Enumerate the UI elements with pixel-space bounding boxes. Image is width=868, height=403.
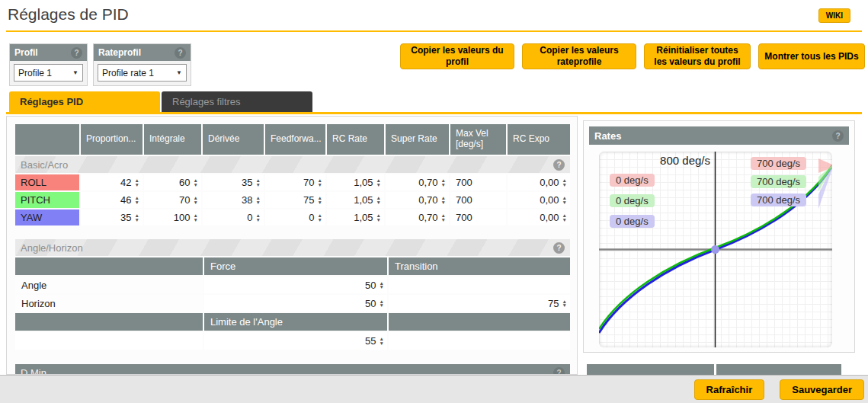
stepper-arrows[interactable]: ▲▼ bbox=[255, 196, 264, 204]
yaw-rc-expo-input[interactable]: 0,00▲▼ bbox=[508, 209, 570, 225]
rateprofile-select[interactable]: Profile rate 1 ▼ bbox=[98, 64, 187, 82]
tab-underline bbox=[6, 112, 862, 114]
pid-col-axis bbox=[15, 124, 79, 155]
stepper-arrows[interactable]: ▲▼ bbox=[192, 178, 201, 187]
angle-transition-cell bbox=[389, 277, 570, 293]
pid-col-feedforward: Feedforwa... bbox=[265, 124, 325, 155]
yaw-super-rate-input[interactable]: 0,70▲▼ bbox=[386, 209, 449, 225]
angle-force-input[interactable]: 50▲▼ bbox=[204, 277, 387, 293]
stepper-arrows[interactable]: ▲▼ bbox=[316, 196, 325, 204]
pitch-ff-input[interactable]: 75▲▼ bbox=[265, 192, 325, 208]
rates-chart: 800 deg/s 0 deg/s 0 deg/s 0 deg/s 700 de… bbox=[599, 152, 832, 347]
stepper-arrows[interactable]: ▲▼ bbox=[316, 213, 325, 222]
help-icon[interactable]: ? bbox=[553, 367, 565, 376]
roll-min-rate-badge: 0 deg/s bbox=[610, 174, 655, 187]
reset-profile-button[interactable]: Réinitialiser toutes les valeurs du prof… bbox=[644, 43, 751, 69]
pid-col-rc-rate: RC Rate bbox=[327, 124, 384, 155]
stepper-arrows[interactable]: ▲▼ bbox=[561, 299, 570, 308]
yaw-p-input[interactable]: 35▲▼ bbox=[81, 209, 143, 225]
help-icon[interactable]: ? bbox=[553, 242, 565, 254]
yaw-rc-rate-input[interactable]: 1,05▲▼ bbox=[327, 209, 384, 225]
section-basic-acro-label: Basic/Acro bbox=[21, 159, 68, 171]
horizon-transition-input[interactable]: 75▲▼ bbox=[389, 295, 570, 312]
yaw-d-input[interactable]: 0▲▼ bbox=[203, 209, 264, 225]
stepper-arrows[interactable]: ▲▼ bbox=[375, 213, 384, 222]
roll-super-rate-input[interactable]: 0,70▲▼ bbox=[386, 174, 449, 190]
pid-col-integral: Intégrale bbox=[144, 124, 201, 155]
stepper-arrows[interactable]: ▲▼ bbox=[440, 178, 449, 187]
yaw-i-input[interactable]: 100▲▼ bbox=[144, 209, 201, 225]
stepper-arrows[interactable]: ▲▼ bbox=[255, 213, 264, 222]
section-angle-horizon: Angle/Horizon ? bbox=[15, 239, 570, 256]
stepper-arrows[interactable]: ▲▼ bbox=[440, 213, 449, 222]
pitch-max-vel-value: 700 bbox=[450, 192, 506, 208]
yaw-ff-input[interactable]: 0▲▼ bbox=[265, 209, 325, 225]
stepper-arrows[interactable]: ▲▼ bbox=[440, 196, 449, 204]
pitch-rc-expo-input[interactable]: 0,00▲▼ bbox=[508, 192, 570, 208]
section-d-min: D Min ? bbox=[15, 364, 570, 375]
yaw-min-rate-badge: 0 deg/s bbox=[610, 215, 655, 228]
stepper-arrows[interactable]: ▲▼ bbox=[316, 178, 325, 187]
roll-i-input[interactable]: 60▲▼ bbox=[144, 174, 201, 190]
tab-filter-settings[interactable]: Réglages filtres bbox=[162, 91, 312, 112]
pid-col-proportional: Proportion... bbox=[81, 124, 143, 155]
stepper-arrows[interactable]: ▲▼ bbox=[561, 178, 570, 187]
help-icon[interactable]: ? bbox=[71, 47, 82, 59]
stepper-arrows[interactable]: ▲▼ bbox=[561, 196, 570, 204]
help-icon[interactable]: ? bbox=[553, 159, 565, 171]
page-title: Réglages de PID bbox=[8, 5, 129, 24]
stepper-arrows[interactable]: ▲▼ bbox=[378, 299, 387, 308]
refresh-button[interactable]: Rafraîchir bbox=[694, 379, 765, 400]
roll-rc-expo-input[interactable]: 0,00▲▼ bbox=[508, 174, 570, 190]
show-all-pids-button[interactable]: Montrer tous les PIDs bbox=[758, 43, 865, 69]
copy-profile-button[interactable]: Copier les valeurs du profil bbox=[400, 43, 514, 69]
stepper-arrows[interactable]: ▲▼ bbox=[378, 281, 387, 289]
roll-d-input[interactable]: 35▲▼ bbox=[203, 174, 264, 190]
stepper-arrows[interactable]: ▲▼ bbox=[375, 196, 384, 204]
copy-rateprofile-button[interactable]: Copier les valeurs rateprofile bbox=[522, 43, 636, 69]
bottom-toolbar: Rafraîchir Sauvegarder bbox=[0, 375, 868, 403]
profile-select-value: Profile 1 bbox=[18, 68, 52, 78]
stepper-arrows[interactable]: ▲▼ bbox=[375, 178, 384, 187]
roll-ff-input[interactable]: 70▲▼ bbox=[265, 174, 325, 190]
stepper-arrows[interactable]: ▲▼ bbox=[192, 196, 201, 204]
pitch-d-input[interactable]: 38▲▼ bbox=[203, 192, 264, 208]
stepper-arrows[interactable]: ▲▼ bbox=[133, 213, 143, 222]
center-stick-marker bbox=[711, 245, 719, 254]
tab-pid-settings[interactable]: Réglages PID bbox=[9, 91, 160, 112]
pid-col-derivative: Dérivée bbox=[203, 124, 264, 155]
angle-limit-empty-right bbox=[389, 313, 570, 331]
roll-p-input[interactable]: 42▲▼ bbox=[81, 174, 143, 190]
stepper-arrows[interactable]: ▲▼ bbox=[133, 178, 143, 187]
help-icon[interactable]: ? bbox=[175, 47, 186, 59]
stepper-arrows[interactable]: ▲▼ bbox=[133, 196, 143, 204]
pitch-max-rate-badge: 700 deg/s bbox=[751, 175, 806, 188]
stepper-arrows[interactable]: ▲▼ bbox=[192, 213, 201, 222]
pitch-i-input[interactable]: 70▲▼ bbox=[144, 192, 201, 208]
stepper-arrows[interactable]: ▲▼ bbox=[255, 178, 264, 187]
angle-limit-header: Limite de l'Angle bbox=[204, 313, 387, 331]
angle-limit-row-right bbox=[389, 332, 570, 350]
roll-rc-rate-input[interactable]: 1,05▲▼ bbox=[327, 174, 384, 190]
ah-col-empty bbox=[15, 257, 203, 275]
angle-limit-row-left bbox=[15, 332, 203, 350]
rateprofile-select-value: Profile rate 1 bbox=[102, 68, 154, 78]
horizon-force-input[interactable]: 50▲▼ bbox=[204, 295, 387, 312]
profile-select[interactable]: Profile 1 ▼ bbox=[14, 64, 83, 82]
roll-max-rate-badge: 700 deg/s bbox=[751, 157, 806, 170]
pitch-p-input[interactable]: 46▲▼ bbox=[81, 192, 143, 208]
rates-title: Rates bbox=[594, 130, 621, 142]
stepper-arrows[interactable]: ▲▼ bbox=[378, 337, 387, 345]
roll-max-vel-value: 700 bbox=[450, 174, 506, 190]
wiki-button[interactable]: WIKI bbox=[818, 8, 850, 23]
stepper-arrows[interactable]: ▲▼ bbox=[561, 213, 570, 222]
ah-col-force: Force bbox=[204, 257, 387, 275]
help-icon[interactable]: ? bbox=[832, 130, 844, 142]
save-button[interactable]: Sauvegarder bbox=[780, 379, 864, 400]
angle-limit-input[interactable]: 55▲▼ bbox=[204, 332, 387, 350]
rateprofile-label: Rateprofil bbox=[98, 47, 141, 58]
roll-axis-label: ROLL bbox=[15, 174, 79, 190]
y-axis-max-label: 800 deg/s bbox=[599, 154, 710, 167]
pitch-rc-rate-input[interactable]: 1,05▲▼ bbox=[327, 192, 384, 208]
pitch-super-rate-input[interactable]: 0,70▲▼ bbox=[386, 192, 449, 208]
